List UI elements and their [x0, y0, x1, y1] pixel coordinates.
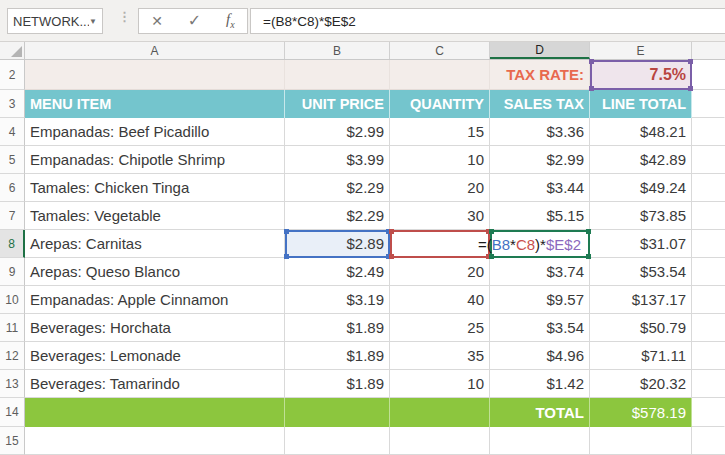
cell-E6[interactable]: $49.24	[590, 174, 692, 202]
cell-E8[interactable]: $31.07	[590, 230, 692, 258]
cell-D2-tax-rate-label[interactable]: TAX RATE:	[490, 60, 590, 90]
cell-F10[interactable]	[692, 286, 725, 314]
column-header-D[interactable]: D	[490, 42, 590, 59]
enter-icon[interactable]: ✓	[188, 13, 201, 29]
column-header-F-partial[interactable]	[692, 42, 725, 59]
row-header-13[interactable]: 13	[0, 370, 25, 398]
cell-A6[interactable]: Tamales: Chicken Tinga	[25, 174, 285, 202]
cell-B6[interactable]: $2.29	[285, 174, 390, 202]
cell-F11[interactable]	[692, 314, 725, 342]
cell-D14-total-label[interactable]: TOTAL	[490, 398, 590, 427]
row-header-3[interactable]: 3	[0, 90, 25, 118]
cell-F8[interactable]	[692, 230, 725, 258]
cell-B2[interactable]	[285, 60, 390, 90]
cell-A4[interactable]: Empanadas: Beef Picadillo	[25, 118, 285, 146]
cell-E5[interactable]: $42.89	[590, 146, 692, 174]
cell-C5[interactable]: 10	[390, 146, 490, 174]
cell-A12[interactable]: Beverages: Lemonade	[25, 342, 285, 370]
select-all-corner[interactable]	[0, 42, 25, 59]
cell-D15[interactable]	[490, 427, 590, 455]
name-box[interactable]: NETWORK... ▼	[7, 8, 103, 34]
cell-D12[interactable]: $4.96	[490, 342, 590, 370]
cell-C8-referenced[interactable]	[390, 230, 490, 258]
cell-E9[interactable]: $53.54	[590, 258, 692, 286]
cell-F9[interactable]	[692, 258, 725, 286]
cell-A13[interactable]: Beverages: Tamarindo	[25, 370, 285, 398]
cell-A9[interactable]: Arepas: Queso Blanco	[25, 258, 285, 286]
cell-C10[interactable]: 40	[390, 286, 490, 314]
cell-E15[interactable]	[590, 427, 692, 455]
cell-F2[interactable]	[692, 60, 725, 90]
cell-A10[interactable]: Empanadas: Apple Cinnamon	[25, 286, 285, 314]
cell-B14[interactable]	[285, 398, 390, 427]
cell-C12[interactable]: 35	[390, 342, 490, 370]
cell-E11[interactable]: $50.79	[590, 314, 692, 342]
cell-B10[interactable]: $3.19	[285, 286, 390, 314]
cell-B11[interactable]: $1.89	[285, 314, 390, 342]
cell-F4[interactable]	[692, 118, 725, 146]
cell-D13[interactable]: $1.42	[490, 370, 590, 398]
cell-D6[interactable]: $3.44	[490, 174, 590, 202]
cell-C11[interactable]: 25	[390, 314, 490, 342]
cell-D11[interactable]: $3.54	[490, 314, 590, 342]
row-header-5[interactable]: 5	[0, 146, 25, 174]
cell-F14[interactable]	[692, 398, 725, 427]
row-header-11[interactable]: 11	[0, 314, 25, 342]
cell-D10[interactable]: $9.57	[490, 286, 590, 314]
cell-A5[interactable]: Empanadas: Chipotle Shrimp	[25, 146, 285, 174]
column-header-A[interactable]: A	[25, 42, 285, 59]
cell-E14-total-value[interactable]: $578.19	[590, 398, 692, 427]
cell-C2[interactable]	[390, 60, 490, 90]
cell-F13[interactable]	[692, 370, 725, 398]
cell-A2[interactable]	[25, 60, 285, 90]
cell-E12[interactable]: $71.11	[590, 342, 692, 370]
cell-F6[interactable]	[692, 174, 725, 202]
cell-E13[interactable]: $20.32	[590, 370, 692, 398]
cell-C15[interactable]	[390, 427, 490, 455]
insert-function-icon[interactable]: fx	[226, 12, 235, 30]
cell-E2-tax-rate-value[interactable]: 7.5%	[590, 60, 692, 90]
column-header-E[interactable]: E	[590, 42, 692, 59]
cell-B15[interactable]	[285, 427, 390, 455]
cell-B3-unit-price-header[interactable]: UNIT PRICE	[285, 90, 390, 118]
cell-B12[interactable]: $1.89	[285, 342, 390, 370]
chevron-down-icon[interactable]: ▼	[89, 17, 97, 26]
cell-C9[interactable]: 20	[390, 258, 490, 286]
cell-B7[interactable]: $2.29	[285, 202, 390, 230]
cell-E3-line-total-header[interactable]: LINE TOTAL	[590, 90, 692, 118]
cell-B5[interactable]: $3.99	[285, 146, 390, 174]
cell-A14[interactable]	[25, 398, 285, 427]
row-header-14[interactable]: 14	[0, 398, 25, 427]
cell-D4[interactable]: $3.36	[490, 118, 590, 146]
cell-C13[interactable]: 10	[390, 370, 490, 398]
cell-A11[interactable]: Beverages: Horchata	[25, 314, 285, 342]
row-header-6[interactable]: 6	[0, 174, 25, 202]
cell-C6[interactable]: 20	[390, 174, 490, 202]
row-header-10[interactable]: 10	[0, 286, 25, 314]
cell-B13[interactable]: $1.89	[285, 370, 390, 398]
cell-E4[interactable]: $48.21	[590, 118, 692, 146]
cell-B8-referenced[interactable]: $2.89	[285, 230, 390, 258]
column-header-C[interactable]: C	[390, 42, 490, 59]
cell-D7[interactable]: $5.15	[490, 202, 590, 230]
cell-D5[interactable]: $2.99	[490, 146, 590, 174]
cell-E10[interactable]: $137.17	[590, 286, 692, 314]
cell-F15[interactable]	[692, 427, 725, 455]
cell-D8-editing[interactable]	[490, 230, 590, 258]
formula-input[interactable]: =(B8*C8)*$E$2	[250, 8, 725, 34]
row-header-8[interactable]: 8	[0, 230, 25, 258]
cell-C3-quantity-header[interactable]: QUANTITY	[390, 90, 490, 118]
column-header-B[interactable]: B	[285, 42, 390, 59]
row-header-7[interactable]: 7	[0, 202, 25, 230]
row-header-15[interactable]: 15	[0, 427, 25, 455]
cell-D3-sales-tax-header[interactable]: SALES TAX	[490, 90, 590, 118]
cell-F3[interactable]	[692, 90, 725, 118]
cell-C14[interactable]	[390, 398, 490, 427]
cell-C4[interactable]: 15	[390, 118, 490, 146]
cancel-icon[interactable]: ✕	[151, 14, 163, 28]
cell-B9[interactable]: $2.49	[285, 258, 390, 286]
cell-F7[interactable]	[692, 202, 725, 230]
cell-A8[interactable]: Arepas: Carnitas	[25, 230, 285, 258]
cell-C7[interactable]: 30	[390, 202, 490, 230]
row-header-4[interactable]: 4	[0, 118, 25, 146]
